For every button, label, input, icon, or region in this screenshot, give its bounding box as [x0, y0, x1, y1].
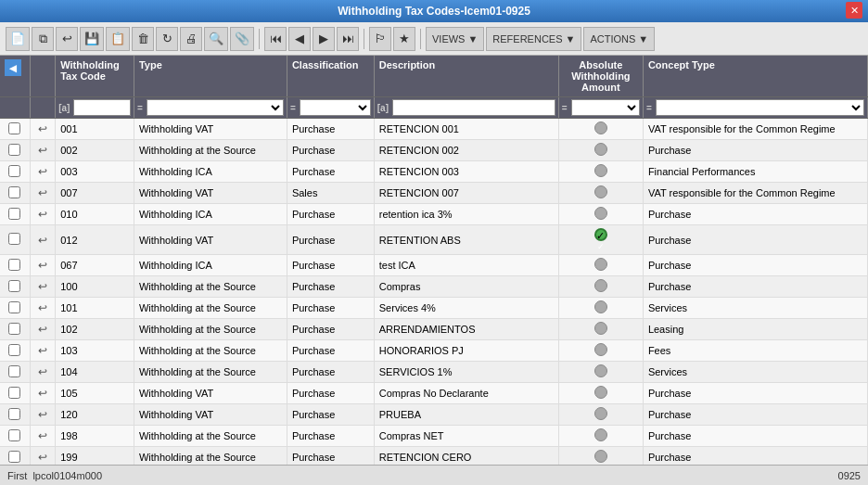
row-checkbox[interactable] [8, 323, 20, 335]
row-classification: Purchase [287, 383, 374, 404]
row-amount [558, 276, 643, 298]
table-row[interactable]: ↩101Withholding at the SourcePurchaseSer… [0, 298, 868, 319]
table-row[interactable]: ↩120Withholding VATPurchasePRUEBAPurchas… [0, 404, 868, 426]
row-icon-cell: ↩ [30, 204, 55, 225]
edit-icon[interactable]: ↩ [38, 301, 47, 314]
row-amount [558, 161, 643, 183]
table-container[interactable]: ◀ Withholding Tax Code Type Classificati… [0, 56, 868, 465]
table-row[interactable]: ↩100Withholding at the SourcePurchaseCom… [0, 276, 868, 298]
row-checkbox[interactable] [8, 259, 20, 271]
collapse-indicator[interactable]: ◀ [5, 59, 21, 76]
table-row[interactable]: ↩003Withholding ICAPurchaseRETENCION 003… [0, 161, 868, 183]
refresh-button[interactable]: ↻ [156, 27, 178, 51]
table-row[interactable]: ↩010Withholding ICAPurchaseretention ica… [0, 204, 868, 225]
edit-icon[interactable]: ↩ [38, 144, 47, 157]
filter-desc-input[interactable] [392, 99, 555, 116]
row-icon-cell: ↩ [30, 225, 55, 255]
col-header-code: Withholding Tax Code [56, 56, 134, 97]
edit-icon[interactable]: ↩ [38, 429, 47, 442]
row-checkbox[interactable] [8, 301, 20, 313]
row-checkbox[interactable] [8, 408, 20, 420]
edit-icon[interactable]: ↩ [38, 451, 47, 464]
new-button[interactable]: 📄 [6, 27, 30, 51]
close-button[interactable]: ✕ [846, 2, 862, 19]
nav-next-button[interactable]: ▶ [313, 27, 335, 51]
table-row[interactable]: ↩103Withholding at the SourcePurchaseHON… [0, 340, 868, 362]
main-content: ◀ Withholding Tax Code Type Classificati… [0, 56, 868, 465]
star-button[interactable]: ★ [393, 27, 415, 51]
filter-amount-select[interactable] [571, 99, 640, 116]
edit-icon[interactable]: ↩ [38, 365, 47, 378]
edit-icon[interactable]: ↩ [38, 280, 47, 293]
copy-button[interactable]: ⧉ [32, 27, 54, 51]
row-checkbox[interactable] [8, 122, 20, 134]
table-row[interactable]: ↩002Withholding at the SourcePurchaseRET… [0, 140, 868, 161]
amount-unchecked-indicator [594, 300, 607, 313]
filter-concept-select[interactable] [656, 99, 864, 116]
attach-button[interactable]: 📎 [230, 27, 254, 51]
row-checkbox[interactable] [8, 165, 20, 177]
row-checkbox[interactable] [8, 208, 20, 220]
row-checkbox[interactable] [8, 387, 20, 399]
row-description: Compras No Declarante [374, 383, 558, 404]
edit-icon[interactable]: ↩ [38, 208, 47, 221]
row-code: 199 [56, 447, 134, 466]
copy2-button[interactable]: 📋 [106, 27, 130, 51]
table-row[interactable]: ↩007Withholding VATSalesRETENCION 007VAT… [0, 183, 868, 204]
references-menu-button[interactable]: REFERENCES ▼ [486, 27, 581, 51]
edit-icon[interactable]: ↩ [38, 186, 47, 199]
table-row[interactable]: ↩104Withholding at the SourcePurchaseSER… [0, 362, 868, 383]
row-code: 105 [56, 383, 134, 404]
row-checkbox[interactable] [8, 144, 20, 156]
print-button[interactable]: 🖨 [180, 27, 202, 51]
nav-prev-button[interactable]: ◀ [288, 27, 311, 51]
row-classification: Purchase [287, 161, 374, 183]
edit-icon[interactable]: ↩ [38, 344, 47, 357]
delete-button[interactable]: 🗑 [132, 27, 154, 51]
row-checkbox[interactable] [8, 233, 20, 245]
status-page-num: 0925 [838, 470, 861, 481]
row-checkbox-cell [0, 183, 30, 204]
filter-type-select[interactable] [147, 99, 284, 116]
row-description: ARRENDAMIENTOS [374, 319, 558, 340]
filter-code-input[interactable] [73, 99, 130, 116]
row-checkbox[interactable] [8, 451, 20, 463]
flag-button[interactable]: 🏳 [369, 27, 391, 51]
search-button[interactable]: 🔍 [204, 27, 228, 51]
row-checkbox[interactable] [8, 280, 20, 292]
table-row[interactable]: ↩012Withholding VATPurchaseRETENTION ABS… [0, 225, 868, 255]
row-description: test ICA [374, 255, 558, 276]
table-row[interactable]: ↩001Withholding VATPurchaseRETENCION 001… [0, 119, 868, 140]
separator2 [364, 29, 364, 49]
table-row[interactable]: ↩102Withholding at the SourcePurchaseARR… [0, 319, 868, 340]
table-row[interactable]: ↩198Withholding at the SourcePurchaseCom… [0, 426, 868, 447]
undo-button[interactable]: ↩ [56, 27, 78, 51]
edit-icon[interactable]: ↩ [38, 408, 47, 421]
edit-icon[interactable]: ↩ [38, 323, 47, 336]
edit-icon[interactable]: ↩ [38, 122, 47, 135]
status-left: First lpcol0104m000 [7, 470, 102, 481]
filter-class-select[interactable] [300, 99, 371, 116]
edit-icon[interactable]: ↩ [38, 165, 47, 178]
row-checkbox[interactable] [8, 365, 20, 377]
table-row[interactable]: ↩105Withholding VATPurchaseCompras No De… [0, 383, 868, 404]
edit-icon[interactable]: ↩ [38, 387, 47, 400]
nav-first-button[interactable]: ⏮ [264, 27, 287, 51]
row-checkbox[interactable] [8, 186, 20, 198]
table-row[interactable]: ↩199Withholding at the SourcePurchaseRET… [0, 447, 868, 466]
views-menu-button[interactable]: VIEWS ▼ [426, 27, 484, 51]
row-type: Withholding at the Source [134, 319, 287, 340]
row-type: Withholding at the Source [134, 447, 287, 466]
col-header-icon [30, 56, 55, 97]
nav-last-button[interactable]: ⏭ [337, 27, 359, 51]
row-checkbox[interactable] [8, 344, 20, 356]
row-checkbox-cell [0, 426, 30, 447]
row-checkbox[interactable] [8, 429, 20, 441]
table-row[interactable]: ↩067Withholding ICAPurchasetest ICAPurch… [0, 255, 868, 276]
row-code: 101 [56, 298, 134, 319]
status-first-label: First [7, 470, 27, 481]
edit-icon[interactable]: ↩ [38, 234, 47, 247]
edit-icon[interactable]: ↩ [38, 259, 47, 272]
actions-menu-button[interactable]: ACTIONS ▼ [583, 27, 655, 51]
save-button[interactable]: 💾 [80, 27, 104, 51]
